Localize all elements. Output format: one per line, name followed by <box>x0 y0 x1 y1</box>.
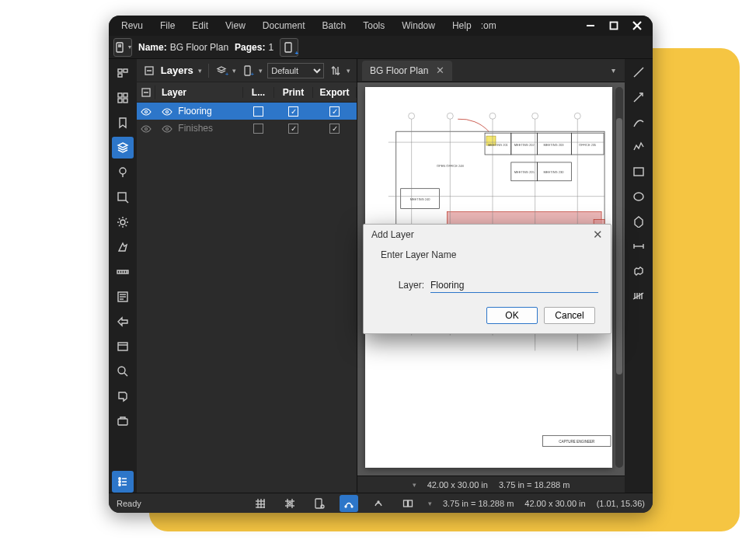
menu-revu[interactable]: Revu <box>113 17 151 34</box>
menu-view[interactable]: View <box>218 17 253 34</box>
layer-sort-dropdown[interactable]: ▾ <box>347 67 350 75</box>
new-layer-dropdown[interactable]: ▾ <box>259 67 263 75</box>
layer-row[interactable]: Finishes ✓ ✓ <box>137 120 357 137</box>
footer-dropdown[interactable]: ▾ <box>413 481 416 489</box>
menu-document[interactable]: Document <box>255 17 313 34</box>
count-tool[interactable] <box>629 286 649 306</box>
layer-name: Finishes <box>178 123 213 134</box>
arc-tool[interactable] <box>629 112 649 132</box>
status-size: 42.00 x 30.00 in <box>524 499 585 508</box>
eye-icon <box>162 107 172 115</box>
layers-stack-dropdown[interactable]: ▾ <box>232 67 236 75</box>
layer-config-select[interactable]: Default <box>267 63 324 78</box>
layers-title-dropdown[interactable]: ▾ <box>198 67 202 75</box>
layer-name-input[interactable] <box>430 277 598 293</box>
document-tab[interactable]: BG Floor Plan ✕ <box>362 61 452 81</box>
menu-file[interactable]: File <box>152 17 183 34</box>
statusbar: Ready ▾ 3.75 in = 18.288 m 42.00 x 30.00… <box>109 493 653 513</box>
svg-point-49 <box>166 128 169 131</box>
sync-toggle[interactable] <box>399 495 417 512</box>
svg-text:MEETING 201: MEETING 201 <box>488 143 509 147</box>
layer-sort-icon[interactable] <box>329 64 342 78</box>
measure-panel-button[interactable] <box>112 261 134 283</box>
print-checkbox[interactable]: ✓ <box>288 106 298 117</box>
document-tabbar: BG Floor Plan ✕ ▾ <box>357 59 625 82</box>
vertical-scrollbar[interactable] <box>615 87 623 468</box>
polygon-tool[interactable] <box>629 211 649 232</box>
snap-markup-toggle[interactable] <box>340 495 358 512</box>
zoom-fragment: :om <box>481 17 504 34</box>
signatures-panel-button[interactable] <box>112 336 134 357</box>
column-visibility[interactable] <box>137 85 155 99</box>
bookmarks-panel-button[interactable] <box>112 112 134 134</box>
markups-list-button[interactable] <box>112 471 134 493</box>
print-checkbox[interactable]: ✓ <box>288 124 298 134</box>
cancel-button[interactable]: Cancel <box>544 307 595 324</box>
menu-edit[interactable]: Edit <box>184 17 216 34</box>
arrow-tool[interactable] <box>629 87 649 107</box>
dialog-close-icon[interactable]: ✕ <box>593 228 603 242</box>
tab-overflow-dropdown[interactable]: ▾ <box>602 66 625 75</box>
file-access-panel-button[interactable] <box>112 87 134 109</box>
status-scale: 3.75 in = 18.288 m <box>443 499 514 508</box>
thumbnails-panel-button[interactable] <box>112 62 134 84</box>
search-panel-button[interactable] <box>112 361 134 382</box>
polyline-tool[interactable] <box>629 137 649 157</box>
toolchest-panel-button[interactable] <box>112 410 134 432</box>
snap-toggle[interactable] <box>280 495 299 512</box>
visibility-icon[interactable] <box>141 107 152 115</box>
column-layer[interactable]: Layer <box>155 87 243 98</box>
column-lock[interactable]: L... <box>243 87 274 98</box>
forms-panel-button[interactable] <box>112 286 134 308</box>
window-minimize-button[interactable] <box>580 16 601 35</box>
export-checkbox[interactable]: ✓ <box>329 124 340 134</box>
column-print[interactable]: Print <box>274 87 313 98</box>
new-layer-doc-icon[interactable]: + <box>241 64 254 78</box>
grid-toggle[interactable] <box>251 495 270 512</box>
links-panel-button[interactable] <box>112 311 134 333</box>
rectangle-tool[interactable] <box>629 162 649 182</box>
sync-dropdown[interactable]: ▾ <box>428 500 432 507</box>
menu-help[interactable]: Help <box>444 17 479 34</box>
menu-tools[interactable]: Tools <box>355 17 392 34</box>
studio-panel-button[interactable] <box>112 385 134 407</box>
new-page-button[interactable]: + <box>280 38 298 57</box>
close-tab-icon[interactable]: ✕ <box>436 64 444 76</box>
layers-panel-title: Layers <box>161 64 193 76</box>
svg-rect-7 <box>285 43 291 52</box>
reuse-toggle[interactable] <box>369 495 388 512</box>
svg-point-84 <box>447 113 453 119</box>
svg-text:MEETING 230: MEETING 230 <box>544 170 565 174</box>
layers-panel-button[interactable] <box>112 137 134 159</box>
ellipse-tool[interactable] <box>629 186 649 207</box>
dimension-tool[interactable] <box>629 236 649 256</box>
lock-checkbox[interactable] <box>253 124 263 134</box>
export-checkbox[interactable]: ✓ <box>329 106 340 117</box>
cloud-tool[interactable] <box>629 261 649 281</box>
ok-button[interactable]: OK <box>486 307 538 324</box>
window-maximize-button[interactable] <box>603 16 625 35</box>
line-tool[interactable] <box>629 62 649 82</box>
markups-panel-button[interactable] <box>112 186 134 208</box>
layer-row[interactable]: Flooring ✓ ✓ <box>137 103 357 120</box>
document-menu-button[interactable]: ▾ <box>113 38 132 57</box>
collapse-icon[interactable] <box>143 64 156 78</box>
eye-icon <box>162 124 172 132</box>
svg-point-29 <box>118 367 125 374</box>
spaces-panel-button[interactable] <box>112 162 134 183</box>
column-export[interactable]: Export <box>313 87 357 98</box>
visibility-icon[interactable] <box>141 124 152 132</box>
lock-checkbox[interactable] <box>253 106 263 117</box>
svg-point-90 <box>574 113 580 119</box>
svg-point-17 <box>120 220 125 225</box>
svg-rect-8 <box>118 69 122 72</box>
snap-content-toggle[interactable] <box>310 495 329 512</box>
layers-stack-icon[interactable]: + <box>215 64 228 78</box>
menu-batch[interactable]: Batch <box>315 17 354 34</box>
svg-point-119 <box>288 502 291 504</box>
window-close-button[interactable] <box>626 16 648 35</box>
effects-panel-button[interactable] <box>112 236 134 258</box>
svg-point-34 <box>119 481 120 483</box>
settings-panel-button[interactable] <box>112 211 134 233</box>
menu-window[interactable]: Window <box>394 17 443 34</box>
